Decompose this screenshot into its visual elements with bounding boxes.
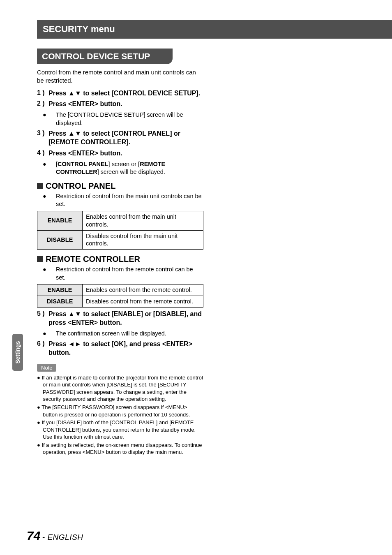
step-2-sub: ● The [CONTROL DEVICE SETUP] screen will…	[56, 111, 203, 127]
step-text: Press ▲▼ to select [CONTROL PANEL] or [R…	[48, 130, 203, 147]
note-item: The [SECURITY PASSWORD] screen disappear…	[37, 404, 203, 418]
control-panel-table: ENABLE Enables control from the main uni…	[37, 211, 203, 250]
step-1: 1 ) Press ▲▼ to select [CONTROL DEVICE S…	[37, 89, 203, 98]
table-row: ENABLE Enables control from the remote c…	[37, 284, 203, 296]
step-2: 2 ) Press <ENTER> button.	[37, 100, 203, 109]
content-column: CONTROL DEVICE SETUP Control from the re…	[37, 49, 203, 457]
remote-controller-title: REMOTE CONTROLLER	[46, 254, 140, 264]
table-cell-val: Disables control from the remote control…	[83, 296, 203, 308]
control-panel-title: CONTROL PANEL	[46, 181, 115, 191]
table-cell-key: DISABLE	[37, 296, 83, 308]
step-number: 1 )	[37, 89, 48, 98]
page-number: 74	[27, 529, 40, 542]
step-4-sub: ● [CONTROL PANEL] screen or [REMOTE CONT…	[56, 160, 203, 176]
note-item: If you [DISABLE] both of the [CONTROL PA…	[37, 419, 203, 441]
side-tab: Settings	[12, 334, 23, 371]
step-sub-text: The [CONTROL DEVICE SETUP] screen will b…	[56, 111, 183, 126]
page-language: - ENGLISH	[42, 533, 83, 541]
table-cell-key: ENABLE	[37, 284, 83, 296]
step-sub-text: The confirmation screen will be displaye…	[56, 330, 166, 337]
table-cell-key: ENABLE	[37, 211, 83, 230]
step-sub-text: [CONTROL PANEL] screen or [REMOTE CONTRO…	[56, 161, 165, 176]
table-row: ENABLE Enables control from the main uni…	[37, 211, 203, 230]
bullet-icon: ●	[49, 160, 54, 169]
bullet-icon: ●	[49, 111, 54, 119]
table-cell-val: Enables control from the remote control.	[83, 284, 203, 296]
remote-controller-desc: ● Restriction of control from the remote…	[56, 266, 203, 282]
table-row: DISABLE Disables control from the main u…	[37, 230, 203, 250]
table-cell-key: DISABLE	[37, 230, 83, 250]
note-label: Note	[37, 364, 56, 372]
step-5-sub: ● The confirmation screen will be displa…	[56, 330, 203, 338]
step-5: 5 ) Press ▲▼ to select [ENABLE] or [DISA…	[37, 310, 203, 327]
control-panel-heading: CONTROL PANEL	[37, 181, 203, 191]
note-list: If an attempt is made to control the pro…	[37, 374, 203, 456]
table-cell-val: Enables control from the main unit contr…	[83, 211, 203, 230]
step-text: Press ◄► to select [OK], and press <ENTE…	[48, 340, 203, 357]
square-icon	[37, 256, 43, 262]
remote-controller-heading: REMOTE CONTROLLER	[37, 254, 203, 264]
control-panel-desc: ● Restriction of control from the main u…	[56, 192, 203, 208]
step-6: 6 ) Press ◄► to select [OK], and press <…	[37, 340, 203, 357]
table-cell-val: Disables control from the main unit cont…	[83, 230, 203, 250]
page: SECURITY menu Settings CONTROL DEVICE SE…	[0, 0, 392, 555]
top-band: SECURITY menu	[37, 20, 392, 39]
table-row: DISABLE Disables control from the remote…	[37, 296, 203, 308]
step-text: Press <ENTER> button.	[48, 100, 203, 109]
top-band-title: SECURITY menu	[43, 24, 115, 35]
remote-controller-table: ENABLE Enables control from the remote c…	[37, 284, 203, 308]
section-heading: CONTROL DEVICE SETUP	[37, 49, 173, 64]
step-4: 4 ) Press <ENTER> button.	[37, 149, 203, 158]
bullet-icon: ●	[49, 266, 54, 274]
step-number: 5 )	[37, 310, 48, 327]
side-tab-label: Settings	[14, 341, 21, 363]
bullet-icon: ●	[49, 330, 54, 338]
step-text: Press ▲▼ to select [ENABLE] or [DISABLE]…	[48, 310, 203, 327]
step-number: 6 )	[37, 340, 48, 357]
step-number: 3 )	[37, 130, 48, 147]
note-item: If a setting is reflected, the on-screen…	[37, 442, 203, 456]
square-icon	[37, 183, 43, 189]
section-intro: Control from the remote control and main…	[37, 68, 203, 85]
step-3: 3 ) Press ▲▼ to select [CONTROL PANEL] o…	[37, 130, 203, 147]
bullet-icon: ●	[49, 192, 54, 201]
step-number: 4 )	[37, 149, 48, 158]
step-number: 2 )	[37, 100, 48, 109]
step-text: Press <ENTER> button.	[48, 149, 203, 158]
page-footer: 74 - ENGLISH	[27, 529, 83, 543]
step-text: Press ▲▼ to select [CONTROL DEVICE SETUP…	[48, 89, 203, 98]
note-item: If an attempt is made to control the pro…	[37, 374, 203, 403]
